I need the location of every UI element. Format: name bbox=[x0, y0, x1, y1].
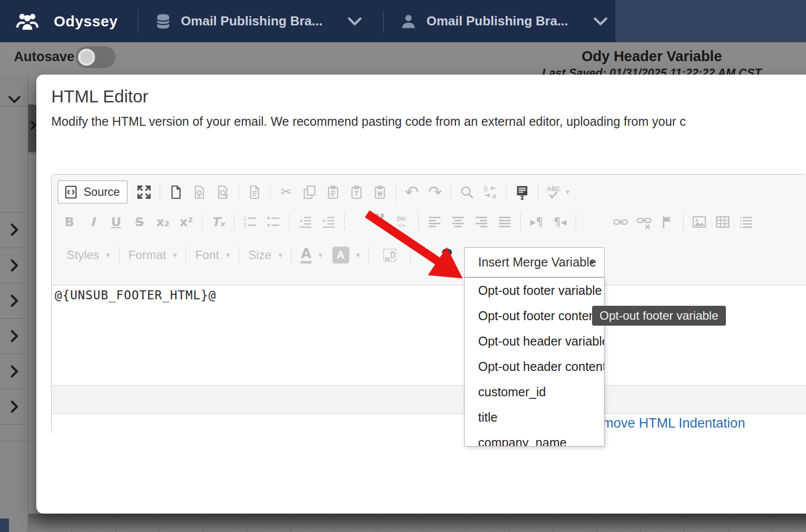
separator bbox=[451, 183, 451, 201]
modal-description: Modify the HTML version of your email. W… bbox=[51, 114, 686, 129]
separator bbox=[538, 183, 538, 201]
toggle-knob bbox=[78, 49, 95, 66]
blockquote-icon[interactable]: ” bbox=[368, 210, 391, 233]
insert-merge-variable-label: Insert Merge Variable bbox=[478, 255, 596, 269]
merge-menu-item[interactable]: Opt-out footer variable bbox=[465, 278, 604, 303]
chevron-down-icon: ▾ bbox=[279, 251, 283, 260]
separator bbox=[0, 389, 28, 389]
subscript-icon[interactable]: x₂ bbox=[151, 215, 175, 229]
chevron-down-icon: ▾ bbox=[226, 251, 230, 260]
merge-menu-item[interactable]: company_name bbox=[465, 430, 604, 446]
strikethrough-icon[interactable]: S bbox=[128, 215, 151, 229]
separator bbox=[0, 424, 28, 425]
italic-icon[interactable]: I bbox=[81, 215, 104, 229]
styles-label: Styles bbox=[67, 248, 99, 262]
find-icon[interactable] bbox=[455, 184, 479, 200]
left-sidebar bbox=[0, 75, 28, 532]
replace-icon[interactable] bbox=[479, 184, 502, 200]
chevron-down-icon: ▾ bbox=[590, 258, 594, 267]
separator bbox=[289, 213, 290, 231]
spellcheck-icon[interactable] bbox=[542, 184, 566, 200]
separator bbox=[0, 106, 28, 106]
database-icon bbox=[154, 12, 172, 30]
copy-icon[interactable] bbox=[298, 184, 321, 200]
source-button-label: Source bbox=[84, 185, 120, 199]
preview-icon[interactable] bbox=[211, 184, 234, 200]
background-color-button[interactable]: A ▾ bbox=[332, 247, 360, 264]
text-direction-ltr-icon[interactable]: ▸¶ bbox=[525, 215, 548, 228]
chevron-down-icon: ▾ bbox=[318, 251, 322, 260]
collapse-chevron-icon[interactable] bbox=[7, 92, 22, 107]
paste-from-word-icon[interactable] bbox=[368, 184, 392, 200]
source-textarea[interactable]: @{UNSUB_FOOTER_HTML}@ bbox=[52, 285, 806, 385]
format-dropdown[interactable]: Format ▾ bbox=[128, 248, 177, 262]
paste-as-text-icon[interactable] bbox=[345, 184, 368, 200]
select-all-icon[interactable] bbox=[510, 184, 534, 200]
size-dropdown[interactable]: Size ▾ bbox=[248, 248, 282, 262]
image-icon[interactable] bbox=[688, 214, 711, 230]
separator bbox=[202, 213, 202, 231]
chevron-down-icon[interactable] bbox=[346, 13, 363, 30]
expand-chevron-icon[interactable] bbox=[7, 364, 22, 379]
editor-bottom-bar bbox=[52, 385, 806, 414]
align-left-icon[interactable] bbox=[423, 214, 446, 230]
new-page-icon[interactable] bbox=[164, 184, 188, 200]
horizontal-rule-icon[interactable] bbox=[734, 214, 758, 230]
remove-html-indentation-link[interactable]: Remove HTML Indentation bbox=[585, 416, 745, 431]
editor-frame: Source ✂ ↶ ↷ bbox=[51, 174, 806, 434]
unlink-icon[interactable] bbox=[632, 214, 656, 230]
separator bbox=[576, 213, 576, 231]
align-center-icon[interactable] bbox=[446, 214, 470, 230]
ordered-list-icon[interactable] bbox=[238, 214, 262, 230]
expand-chevron-icon[interactable] bbox=[7, 329, 22, 344]
about-icon[interactable]: ? bbox=[441, 245, 453, 267]
source-content: @{UNSUB_FOOTER_HTML}@ bbox=[55, 288, 216, 302]
cut-icon[interactable]: ✂ bbox=[275, 185, 298, 199]
insert-merge-variable-button[interactable]: Insert Merge Variable ▾ bbox=[464, 247, 604, 277]
separator bbox=[239, 246, 239, 264]
div-container-icon[interactable] bbox=[391, 214, 414, 230]
background-footer-strip bbox=[0, 519, 9, 532]
align-justify-icon[interactable] bbox=[493, 214, 516, 230]
align-right-icon[interactable] bbox=[470, 214, 493, 230]
outdent-icon[interactable] bbox=[294, 214, 317, 230]
unordered-list-icon[interactable] bbox=[262, 214, 285, 230]
merge-menu-item[interactable]: Opt-out header variable bbox=[465, 329, 604, 354]
separator bbox=[186, 246, 186, 264]
bold-icon[interactable]: B bbox=[58, 215, 81, 229]
superscript-icon[interactable]: x² bbox=[175, 215, 198, 229]
merge-menu-item[interactable]: title bbox=[465, 405, 604, 430]
merge-menu-item[interactable]: customer_id bbox=[465, 379, 604, 405]
text-color-button[interactable]: A ▾ bbox=[301, 247, 322, 264]
maximize-icon[interactable] bbox=[132, 184, 156, 200]
expand-chevron-icon[interactable] bbox=[7, 399, 22, 414]
merge-item-tooltip: Opt-out footer variable bbox=[592, 306, 726, 326]
underline-icon[interactable]: U bbox=[104, 215, 128, 229]
indent-icon[interactable] bbox=[317, 214, 340, 230]
templates-icon[interactable] bbox=[188, 184, 211, 200]
table-icon[interactable] bbox=[711, 214, 734, 230]
remove-format-icon[interactable]: Tₓ bbox=[206, 215, 230, 229]
undo-icon[interactable]: ↶ bbox=[400, 183, 423, 200]
expand-chevron-icon[interactable] bbox=[7, 258, 22, 273]
link-icon[interactable] bbox=[609, 214, 632, 230]
font-dropdown[interactable]: Font ▾ bbox=[195, 248, 230, 262]
source-button[interactable]: Source bbox=[58, 180, 127, 203]
database-menu[interactable]: Omail Publishing Bra... bbox=[138, 12, 364, 30]
anchor-flag-icon[interactable] bbox=[656, 214, 679, 230]
account-menu[interactable]: Omail Publishing Bra... bbox=[384, 12, 609, 30]
expand-chevron-icon[interactable] bbox=[7, 293, 22, 308]
expand-chevron-icon[interactable] bbox=[7, 222, 22, 237]
merge-menu-item[interactable]: Opt-out header content bbox=[465, 354, 604, 379]
styles-dropdown[interactable]: Styles ▾ bbox=[67, 248, 110, 262]
paste-icon[interactable] bbox=[321, 184, 345, 200]
redo-icon[interactable]: ↷ bbox=[423, 183, 447, 200]
document-properties-icon[interactable] bbox=[243, 184, 266, 200]
database-menu-label: Omail Publishing Bra... bbox=[181, 13, 323, 29]
merge-menu-item[interactable]: Opt-out footer content bbox=[465, 303, 604, 329]
spellcheck-caret-icon[interactable]: ▾ bbox=[566, 187, 570, 196]
autosave-toggle[interactable] bbox=[76, 46, 115, 68]
text-direction-rtl-icon[interactable]: ¶◂ bbox=[548, 215, 572, 228]
show-blocks-icon[interactable] bbox=[378, 248, 402, 263]
chevron-down-icon[interactable] bbox=[592, 13, 609, 30]
